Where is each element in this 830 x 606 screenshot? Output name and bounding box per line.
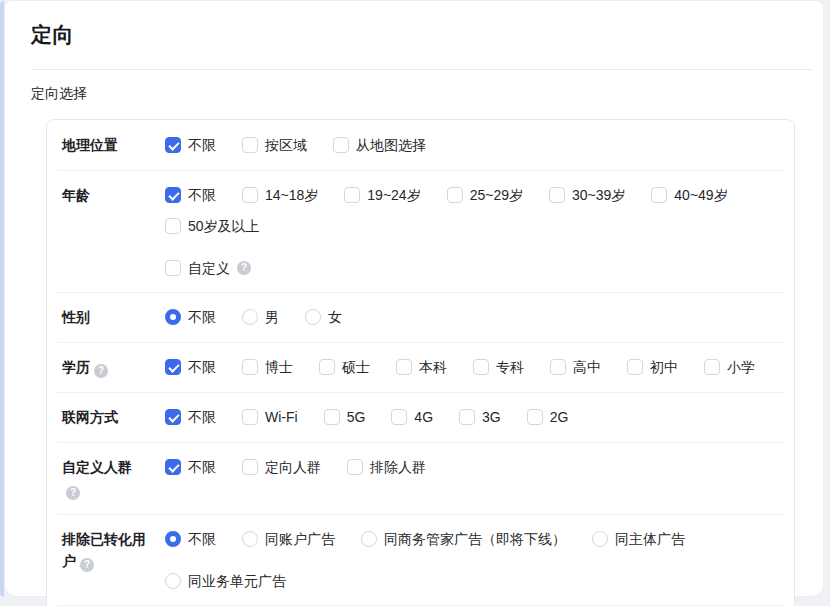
exclude-converted-option-radio[interactable]: 同主体广告 [592,529,685,549]
radio-control[interactable] [242,309,258,325]
education-option-checkbox[interactable]: 博士 [242,357,293,377]
row-options-exclude-converted: 不限同账户广告同商务管家广告（即将下线）同主体广告同业务单元广告 [165,528,779,591]
education-option-checkbox[interactable]: 小学 [704,357,755,377]
checkbox-control[interactable] [704,359,720,375]
radio-control-checked[interactable] [165,309,181,325]
checkbox-control[interactable] [242,359,258,375]
row-label-text: 地理位置 [62,137,118,153]
age-option-checkbox[interactable]: 自定义 [165,258,251,278]
option-label: 不限 [188,185,216,205]
checkbox-control[interactable] [319,359,335,375]
radio-control[interactable] [305,309,321,325]
custom-audience-option-checkbox[interactable]: 排除人群 [347,457,426,477]
checkbox-control[interactable] [549,187,565,203]
checkbox-control-checked[interactable] [165,359,181,375]
location-option-checkbox[interactable]: 不限 [165,135,216,155]
row-label-education: 学历 [62,356,146,378]
checkbox-control[interactable] [242,137,258,153]
option-label: 不限 [188,135,216,155]
checkbox-control[interactable] [627,359,643,375]
checkbox-control-checked[interactable] [165,187,181,203]
network-option-checkbox[interactable]: Wi-Fi [242,407,298,427]
checkbox-control[interactable] [651,187,667,203]
checkbox-control[interactable] [550,359,566,375]
network-option-checkbox[interactable]: 5G [324,407,366,427]
network-option-checkbox[interactable]: 4G [391,407,433,427]
age-option-checkbox[interactable]: 30~39岁 [549,185,625,205]
help-icon[interactable] [94,364,108,378]
exclude-converted-option-radio[interactable]: 不限 [165,529,216,549]
checkbox-control[interactable] [324,409,340,425]
targeting-rows: 地理位置不限按区域从地图选择年龄不限14~18岁19~24岁25~29岁30~3… [47,120,794,605]
option-label: 男 [265,307,279,327]
education-option-checkbox[interactable]: 高中 [550,357,601,377]
exclude-converted-option-radio[interactable]: 同业务单元广告 [165,571,286,591]
exclude-converted-option-radio[interactable]: 同账户广告 [242,529,335,549]
help-icon[interactable] [237,261,251,275]
education-option-checkbox[interactable]: 硕士 [319,357,370,377]
checkbox-control[interactable] [391,409,407,425]
row-label-text: 学历 [62,359,90,375]
location-option-checkbox[interactable]: 从地图选择 [333,135,426,155]
radio-control[interactable] [592,531,608,547]
option-label: 不限 [188,457,216,477]
help-icon[interactable] [80,558,94,572]
help-icon[interactable] [66,486,80,500]
location-option-checkbox[interactable]: 按区域 [242,135,307,155]
radio-control[interactable] [165,573,181,589]
gender-option-radio[interactable]: 女 [305,307,342,327]
option-label: 本科 [419,357,447,377]
option-label: 高中 [573,357,601,377]
row-label-gender: 性别 [62,306,146,328]
radio-control[interactable] [361,531,377,547]
checkbox-control-checked[interactable] [165,137,181,153]
checkbox-control[interactable] [242,187,258,203]
education-option-checkbox[interactable]: 初中 [627,357,678,377]
gender-option-radio[interactable]: 不限 [165,307,216,327]
row-label-network: 联网方式 [62,406,146,428]
network-option-checkbox[interactable]: 不限 [165,407,216,427]
row-label-text: 自定义人群 [62,459,132,475]
custom-audience-option-checkbox[interactable]: 不限 [165,457,216,477]
age-option-checkbox[interactable]: 14~18岁 [242,185,318,205]
exclude-converted-option-radio[interactable]: 同商务管家广告（即将下线） [361,529,566,549]
option-label: 3G [482,407,501,427]
checkbox-control[interactable] [333,137,349,153]
age-option-checkbox[interactable]: 40~49岁 [651,185,727,205]
age-option-checkbox[interactable]: 50岁及以上 [165,216,260,236]
option-label: 同账户广告 [265,529,335,549]
gender-option-radio[interactable]: 男 [242,307,279,327]
option-label: 专科 [496,357,524,377]
option-label: 5G [347,407,366,427]
option-label: 按区域 [265,135,307,155]
age-option-checkbox[interactable]: 不限 [165,185,216,205]
education-option-checkbox[interactable]: 本科 [396,357,447,377]
radio-control-checked[interactable] [165,531,181,547]
checkbox-control[interactable] [473,359,489,375]
checkbox-control[interactable] [396,359,412,375]
section-label-targeting-select: 定向选择 [31,85,813,103]
checkbox-control[interactable] [165,260,181,276]
age-option-checkbox[interactable]: 25~29岁 [447,185,523,205]
checkbox-control[interactable] [347,459,363,475]
option-label: 40~49岁 [674,185,727,205]
option-label: 25~29岁 [470,185,523,205]
checkbox-control[interactable] [447,187,463,203]
checkbox-control[interactable] [242,459,258,475]
checkbox-control[interactable] [165,218,181,234]
network-option-checkbox[interactable]: 2G [527,407,569,427]
checkbox-control[interactable] [344,187,360,203]
checkbox-control[interactable] [527,409,543,425]
education-option-checkbox[interactable]: 专科 [473,357,524,377]
checkbox-control[interactable] [459,409,475,425]
education-option-checkbox[interactable]: 不限 [165,357,216,377]
checkbox-control-checked[interactable] [165,409,181,425]
network-option-checkbox[interactable]: 3G [459,407,501,427]
radio-control[interactable] [242,531,258,547]
age-option-checkbox[interactable]: 19~24岁 [344,185,420,205]
row-options-age: 不限14~18岁19~24岁25~29岁30~39岁40~49岁50岁及以上自定… [165,184,779,278]
checkbox-control-checked[interactable] [165,459,181,475]
row-label-text: 排除已转化用户 [62,531,146,569]
checkbox-control[interactable] [242,409,258,425]
custom-audience-option-checkbox[interactable]: 定向人群 [242,457,321,477]
